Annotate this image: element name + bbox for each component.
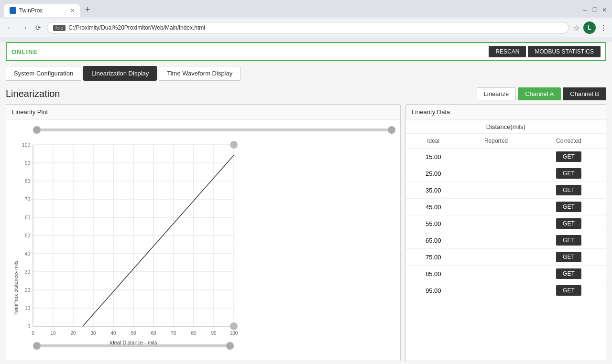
get-button-8[interactable]: GET [556, 285, 581, 296]
tab-linearization-display[interactable]: Linearization Display [83, 66, 157, 81]
slider-thumb-bottom[interactable] [230, 322, 238, 330]
new-tab-button[interactable]: + [81, 3, 94, 17]
get-button-cell-3: GET [532, 199, 606, 215]
y-tick-40: 40 [25, 251, 31, 257]
get-button-4[interactable]: GET [556, 218, 581, 229]
close-button[interactable]: ✕ [601, 6, 608, 14]
main-panels: Linearity Plot TwinProx distance- mils [6, 104, 606, 361]
ideal-value-6: 75.00 [406, 249, 460, 266]
y-tick-70: 70 [25, 197, 31, 202]
url-bar[interactable]: File C:/Proximity/Dual%20Proximitor/Web/… [47, 22, 569, 33]
table-row: 85.00 GET [406, 266, 606, 282]
x-tick-30: 30 [90, 331, 96, 336]
chart-container: TwinProx distance- mils [6, 120, 400, 361]
channel-a-button[interactable]: Channel A [518, 87, 561, 100]
status-online-label: ONLINE [11, 48, 38, 55]
tab-time-waveform-display[interactable]: Time Waveform Display [159, 66, 240, 81]
ideal-value-8: 95.00 [406, 282, 460, 299]
range-slider-top[interactable] [33, 128, 395, 131]
profile-avatar[interactable]: L [583, 21, 596, 34]
ideal-value-1: 25.00 [406, 165, 460, 182]
reported-value-6 [460, 249, 531, 266]
get-button-7[interactable]: GET [556, 268, 581, 279]
get-button-1[interactable]: GET [556, 168, 581, 179]
page-header: Linearization Linearize Channel A Channe… [6, 87, 606, 100]
x-tick-40: 40 [110, 331, 116, 336]
col-ideal: Ideal [406, 134, 460, 149]
channel-b-button[interactable]: Channel B [563, 87, 606, 100]
tab-title: TwinProx [19, 7, 43, 14]
channel-buttons: Linearize Channel A Channel B [477, 87, 606, 100]
table-row: 95.00 GET [406, 282, 606, 299]
slider-thumb-top-right[interactable] [388, 126, 395, 134]
range-slider-bottom[interactable] [33, 344, 234, 347]
reported-value-4 [460, 215, 531, 232]
x-tick-20: 20 [70, 331, 76, 336]
x-tick-100: 100 [230, 331, 238, 336]
distance-header: Distance(mils) [406, 120, 606, 134]
slider-thumb-top-left[interactable] [33, 126, 41, 134]
minimize-button[interactable]: ─ [581, 6, 589, 14]
browser-tab[interactable]: TwinProx ✕ [4, 4, 80, 17]
get-button-5[interactable]: GET [556, 235, 581, 246]
get-button-cell-1: GET [532, 165, 606, 182]
x-tick-60: 60 [151, 331, 156, 336]
get-button-cell-6: GET [532, 249, 606, 266]
table-row: 35.00 GET [406, 182, 606, 199]
rescan-button[interactable]: RESCAN [489, 46, 526, 57]
y-tick-50: 50 [25, 233, 31, 238]
status-bar: ONLINE RESCAN MODBUS STATISTICS [6, 42, 606, 61]
slider-thumb-bottom-right[interactable] [226, 342, 234, 350]
reported-value-0 [460, 149, 531, 165]
tab-close-button[interactable]: ✕ [70, 8, 75, 14]
address-bar: ← → ⟳ File C:/Proximity/Dual%20Proximito… [0, 19, 612, 37]
get-button-0[interactable]: GET [556, 151, 581, 162]
bookmark-button[interactable]: ☆ [573, 23, 579, 32]
get-button-cell-0: GET [532, 149, 606, 165]
modbus-statistics-button[interactable]: MODBUS STATISTICS [528, 46, 601, 57]
tab-system-configuration[interactable]: System Configuration [6, 66, 81, 81]
slider-thumb-right[interactable] [230, 141, 238, 149]
reported-value-7 [460, 266, 531, 282]
x-tick-80: 80 [191, 331, 197, 336]
linearize-button[interactable]: Linearize [477, 87, 516, 100]
get-button-2[interactable]: GET [556, 185, 581, 195]
y-tick-100: 100 [22, 142, 30, 148]
page-title: Linearization [6, 88, 60, 99]
reported-value-2 [460, 182, 531, 199]
reported-value-3 [460, 199, 531, 215]
table-row: 75.00 GET [406, 249, 606, 266]
get-button-cell-4: GET [532, 215, 606, 232]
table-row: 15.00 GET [406, 149, 606, 165]
get-button-3[interactable]: GET [556, 202, 581, 212]
x-tick-10: 10 [50, 331, 56, 336]
tab-favicon [10, 7, 16, 14]
y-tick-0: 0 [27, 324, 30, 329]
status-buttons: RESCAN MODBUS STATISTICS [489, 46, 601, 57]
ideal-value-4: 55.00 [406, 215, 460, 232]
maximize-button[interactable]: ❐ [591, 6, 599, 14]
linearity-plot-title: Linearity Plot [6, 105, 400, 120]
ideal-value-3: 45.00 [406, 199, 460, 215]
url-file-badge: File [53, 25, 66, 31]
table-row: 55.00 GET [406, 215, 606, 232]
x-tick-90: 90 [211, 331, 217, 336]
linearity-data-title: Linearity Data [406, 105, 606, 120]
col-reported: Reported [460, 134, 531, 149]
get-button-6[interactable]: GET [556, 252, 581, 262]
y-tick-90: 90 [25, 161, 31, 166]
browser-menu-button[interactable]: ⋮ [600, 23, 607, 32]
slider-thumb-bottom-left[interactable] [33, 342, 41, 350]
back-button[interactable]: ← [5, 23, 15, 32]
x-tick-50: 50 [131, 331, 136, 336]
forward-button[interactable]: → [19, 23, 30, 32]
reload-button[interactable]: ⟳ [33, 23, 43, 32]
x-tick-70: 70 [171, 331, 176, 336]
reported-value-5 [460, 232, 531, 249]
col-corrected: Corrected [532, 134, 606, 149]
linearity-plot-panel: Linearity Plot TwinProx distance- mils [6, 104, 401, 361]
x-tick-0: 0 [32, 331, 34, 336]
table-row: 45.00 GET [406, 199, 606, 215]
get-button-cell-8: GET [532, 282, 606, 299]
get-button-cell-7: GET [532, 266, 606, 282]
